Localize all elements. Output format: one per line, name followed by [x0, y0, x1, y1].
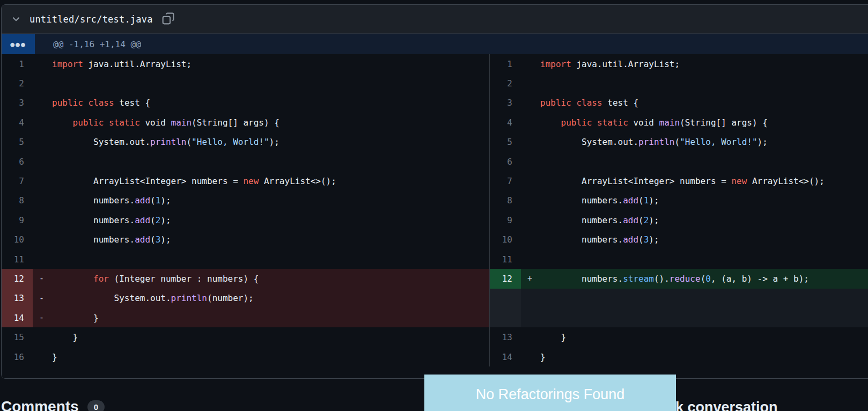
diff-row-context: 6: [490, 152, 868, 171]
diff-row-context: 7 ArrayList<Integer> numbers = new Array…: [2, 171, 489, 190]
diff-row-filler: [490, 308, 868, 327]
diff-row-filler: [490, 289, 868, 308]
expand-hunk-button[interactable]: ●●●: [2, 34, 35, 54]
line-number[interactable]: 14: [2, 308, 33, 327]
line-number[interactable]: 13: [2, 289, 33, 308]
line-number[interactable]: 4: [490, 113, 521, 132]
comments-header: Comments 0: [1, 398, 105, 411]
line-number[interactable]: 1: [490, 54, 521, 74]
line-number[interactable]: 2: [2, 74, 33, 93]
line-number[interactable]: 6: [2, 152, 33, 171]
code-line: }: [52, 332, 78, 342]
toast-label: No Refactorings Found: [476, 386, 625, 411]
diff-row-context: 5 System.out.println("Hello, World!");: [490, 133, 868, 152]
line-number[interactable]: 12: [2, 269, 33, 288]
diff-row-removed: 12- for (Integer number : numbers) {: [2, 269, 489, 288]
line-number[interactable]: 13: [490, 327, 521, 347]
diff-row-context: 10 numbers.add(3);: [490, 230, 868, 249]
diff-row-context: 8 numbers.add(1);: [490, 191, 868, 210]
code-line: numbers.add(1);: [52, 195, 171, 205]
diff-row-context: 1import java.util.ArrayList;: [490, 54, 868, 74]
diff-row-context: 3public class test {: [2, 93, 489, 113]
diff-row-context: 2: [490, 74, 868, 93]
line-number[interactable]: 10: [2, 230, 33, 249]
diff-row-context: 9 numbers.add(2);: [2, 210, 489, 230]
code-line: System.out.println("Hello, World!");: [540, 137, 768, 147]
diff-row-context: 4 public static void main(String[] args)…: [2, 113, 489, 132]
file-header: untitled/src/test.java: [2, 5, 868, 34]
code-line: for (Integer number : numbers) {: [52, 274, 259, 284]
diff-row-context: 14}: [490, 347, 868, 366]
line-number[interactable]: 5: [2, 133, 33, 152]
code-line: numbers.add(1);: [540, 195, 659, 205]
diff-row-context: 10 numbers.add(3);: [2, 230, 489, 249]
line-number: [490, 308, 521, 327]
diff-row-context: 11: [490, 249, 868, 269]
code-line: }: [540, 352, 546, 362]
ellipsis-icon: ●●●: [10, 40, 26, 48]
line-number[interactable]: 11: [2, 249, 33, 269]
diff-row-context: 13 }: [490, 327, 868, 347]
diff-marker: -: [33, 313, 52, 322]
diff-row-context: 16}: [2, 347, 489, 366]
diff-pane-new: 1import java.util.ArrayList;23public cla…: [490, 54, 868, 366]
comments-title: Comments: [1, 398, 79, 411]
copy-path-button[interactable]: [160, 11, 176, 28]
line-number[interactable]: 2: [490, 74, 521, 93]
code-line: }: [52, 352, 57, 362]
line-number[interactable]: 9: [2, 210, 33, 230]
line-number[interactable]: 3: [490, 93, 521, 113]
diff-row-context: 15 }: [2, 327, 489, 347]
diff-row-context: 2: [2, 74, 489, 93]
line-number[interactable]: 16: [2, 347, 33, 366]
diff-panel: untitled/src/test.java ●●● @@ -1,16 +1,1…: [1, 4, 868, 379]
code-line: numbers.add(3);: [540, 234, 659, 245]
diff-pane-old: 1import java.util.ArrayList;23public cla…: [2, 54, 490, 366]
diff-row-context: 8 numbers.add(1);: [2, 191, 489, 210]
code-line: public class test {: [52, 98, 150, 108]
diff-marker: -: [33, 274, 52, 283]
code-line: numbers.add(2);: [540, 215, 659, 225]
code-line: System.out.println(number);: [52, 293, 254, 303]
code-line: numbers.add(3);: [52, 234, 171, 245]
diff-row-removed: 14- }: [2, 308, 489, 327]
line-number[interactable]: 4: [2, 113, 33, 132]
line-number[interactable]: 1: [2, 54, 33, 74]
line-number[interactable]: 3: [2, 93, 33, 113]
code-line: import java.util.ArrayList;: [540, 59, 680, 69]
code-line: import java.util.ArrayList;: [52, 59, 192, 69]
code-line: public static void main(String[] args) {: [540, 118, 768, 128]
line-number: [490, 289, 521, 308]
chevron-down-icon[interactable]: [11, 14, 21, 24]
diff-marker: +: [521, 274, 540, 283]
diff-row-context: 5 System.out.println("Hello, World!");: [2, 133, 489, 152]
code-line: }: [540, 332, 566, 342]
diff-row-context: 1import java.util.ArrayList;: [2, 54, 489, 74]
line-number[interactable]: 10: [490, 230, 521, 249]
comments-count-badge: 0: [87, 400, 105, 411]
diff-row-context: 6: [2, 152, 489, 171]
line-number[interactable]: 7: [2, 171, 33, 190]
code-line: ArrayList<Integer> numbers = new ArrayLi…: [52, 176, 336, 186]
code-line: public static void main(String[] args) {: [52, 118, 279, 128]
line-number[interactable]: 12: [490, 269, 521, 288]
line-number[interactable]: 5: [490, 133, 521, 152]
line-number[interactable]: 8: [2, 191, 33, 210]
diff-row-added: 12+ numbers.stream().reduce(0, (a, b) ->…: [490, 269, 868, 288]
code-line: System.out.println("Hello, World!");: [52, 137, 279, 147]
line-number[interactable]: 11: [490, 249, 521, 269]
lock-conversation-partial-label[interactable]: k conversation: [675, 399, 778, 411]
diff-row-context: 9 numbers.add(2);: [490, 210, 868, 230]
hunk-header-text: @@ -1,16 +1,14 @@: [53, 34, 141, 54]
line-number[interactable]: 14: [490, 347, 521, 366]
line-number[interactable]: 9: [490, 210, 521, 230]
line-number[interactable]: 8: [490, 191, 521, 210]
line-number[interactable]: 15: [2, 327, 33, 347]
no-refactorings-toast: No Refactorings Found: [424, 375, 676, 411]
diff-row-context: 7 ArrayList<Integer> numbers = new Array…: [490, 171, 868, 190]
line-number[interactable]: 7: [490, 171, 521, 190]
code-line: public class test {: [540, 98, 638, 108]
diff-row-removed: 13- System.out.println(number);: [2, 289, 489, 308]
hunk-header-row: ●●● @@ -1,16 +1,14 @@: [2, 34, 868, 54]
line-number[interactable]: 6: [490, 152, 521, 171]
